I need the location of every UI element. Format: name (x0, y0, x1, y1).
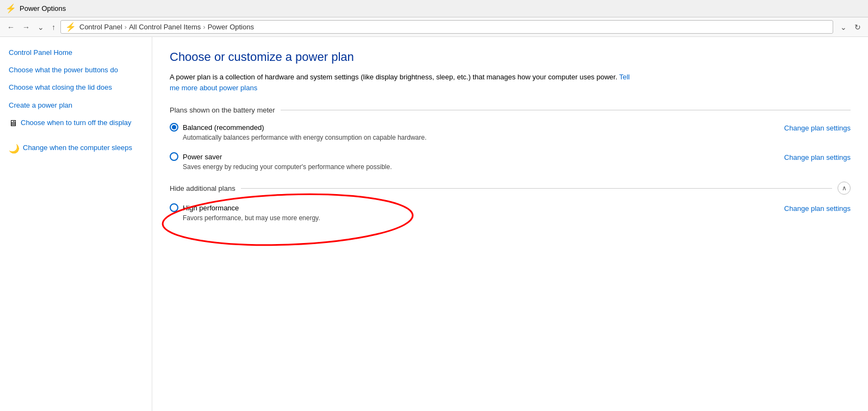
additional-plans-label: Hide additional plans (170, 184, 235, 192)
plan-item-high-performance: High performance Favors performance, but… (170, 203, 851, 222)
breadcrumb-all-items: All Control Panel Items (129, 23, 201, 31)
sidebar-item-home[interactable]: Control Panel Home (9, 48, 143, 58)
sidebar-item-closing-lid[interactable]: Choose what closing the lid does (9, 83, 143, 92)
breadcrumb-power-options: Power Options (208, 23, 254, 31)
plan-name-high-performance: High performance (183, 204, 239, 212)
titlebar: ⚡ Power Options (0, 0, 868, 17)
collapse-additional-button[interactable]: ∧ (838, 182, 851, 195)
addressbar: ← → ⌄ ↑ ⚡ Control Panel › All Control Pa… (0, 17, 868, 37)
change-plan-power-saver[interactable]: Change plan settings (784, 153, 851, 161)
sidebar-item-turn-off-display[interactable]: Choose when to turn off the display (21, 118, 132, 128)
content-area: Choose or customize a power plan A power… (152, 37, 868, 411)
up-button[interactable]: ↑ (49, 22, 58, 33)
dropdown-history-button[interactable]: ⌄ (838, 22, 850, 33)
plan-name-power-saver: Power saver (183, 153, 222, 161)
plan-desc-power-saver: Saves energy by reducing your computer's… (183, 163, 392, 171)
radio-balanced[interactable] (170, 123, 178, 132)
sleep-icon: 🌙 (9, 144, 20, 154)
plans-section-label: Plans shown on the battery meter (170, 106, 275, 114)
sidebar-item-computer-sleeps[interactable]: Change when the computer sleeps (23, 143, 132, 153)
sidebar-item-computer-sleeps-container: 🌙 Change when the computer sleeps (9, 143, 143, 160)
content-description: A power plan is a collection of hardware… (170, 72, 637, 93)
plan-name-balanced: Balanced (recommended) (183, 123, 264, 132)
refresh-button[interactable]: ↻ (852, 22, 864, 33)
change-plan-high-performance[interactable]: Change plan settings (784, 204, 851, 213)
plan-item-balanced: Balanced (recommended) Automatically bal… (170, 123, 851, 141)
titlebar-icon: ⚡ (5, 3, 16, 14)
plan-item-power-saver: Power saver Saves energy by reducing you… (170, 152, 851, 171)
divider-line-1 (281, 110, 851, 110)
plans-section-divider: Plans shown on the battery meter (170, 106, 851, 114)
plan-desc-balanced: Automatically balances performance with … (183, 134, 426, 141)
sidebar: Control Panel Home Choose what the power… (0, 37, 152, 411)
sidebar-item-turn-off-display-container: 🖥 Choose when to turn off the display (9, 118, 143, 135)
address-box[interactable]: ⚡ Control Panel › All Control Panel Item… (60, 20, 833, 34)
dropdown-button[interactable]: ⌄ (35, 22, 47, 33)
main-layout: Control Panel Home Choose what the power… (0, 37, 868, 411)
change-plan-balanced[interactable]: Change plan settings (784, 124, 851, 132)
radio-power-saver[interactable] (170, 152, 178, 161)
titlebar-title: Power Options (20, 4, 66, 13)
divider-line-2 (241, 188, 832, 189)
plan-desc-high-performance: Favors performance, but may use more ene… (183, 214, 320, 222)
radio-high-performance[interactable] (170, 203, 178, 212)
back-button[interactable]: ← (4, 22, 17, 33)
display-icon: 🖥 (9, 119, 17, 128)
breadcrumb-control-panel: Control Panel (79, 23, 122, 31)
sidebar-item-create-plan[interactable]: Create a power plan (9, 101, 143, 110)
additional-plans-section-divider: Hide additional plans ∧ (170, 182, 851, 195)
forward-button[interactable]: → (20, 22, 33, 33)
sidebar-item-power-buttons[interactable]: Choose what the power buttons do (9, 65, 143, 75)
page-title: Choose or customize a power plan (170, 50, 851, 64)
highlight-circle: High performance Favors performance, but… (170, 203, 320, 222)
